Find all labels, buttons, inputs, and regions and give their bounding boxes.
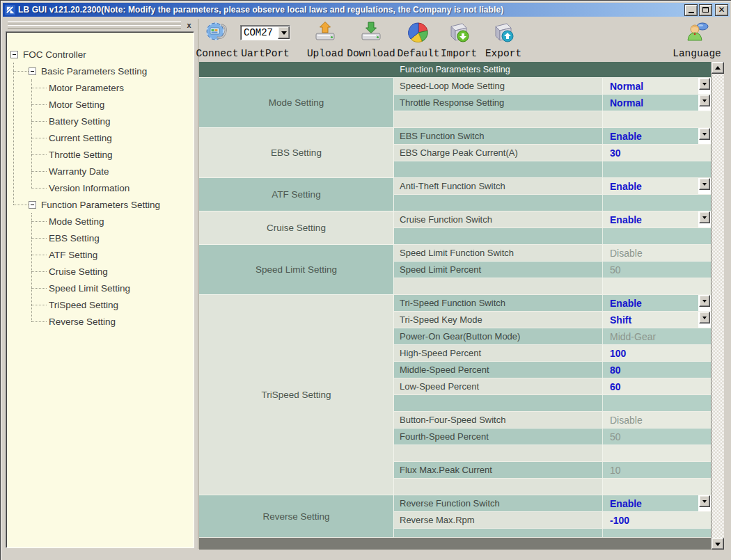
param-value-cell[interactable]: Enable bbox=[603, 295, 698, 311]
chevron-down-icon bbox=[702, 300, 707, 305]
param-value-cell[interactable]: -100 bbox=[603, 512, 698, 528]
dropdown-button[interactable] bbox=[699, 295, 710, 307]
export-button[interactable]: Export bbox=[482, 21, 525, 58]
scroll-down-button[interactable] bbox=[712, 538, 724, 550]
minimize-button[interactable] bbox=[684, 4, 698, 16]
param-value-cell[interactable]: 100 bbox=[603, 345, 698, 361]
dropdown-button[interactable] bbox=[699, 312, 710, 323]
spacer-row bbox=[394, 529, 711, 538]
parameter-group: TriSpeed SettingTri-Speed Function Switc… bbox=[199, 295, 711, 495]
param-value-cell[interactable]: Midd-Gear bbox=[603, 328, 698, 344]
dock-gripper[interactable] bbox=[8, 21, 181, 24]
param-value-cell[interactable]: Normal bbox=[603, 78, 698, 94]
tree-item-battery-setting[interactable]: Battery Setting bbox=[49, 113, 111, 129]
param-value-cell[interactable]: 80 bbox=[603, 362, 698, 378]
title-bar[interactable]: LB GUI v121.20.2300(Note: Modify the par… bbox=[3, 3, 730, 17]
import-button[interactable]: Import bbox=[438, 21, 480, 58]
tree-item-reverse-setting[interactable]: Reverse Setting bbox=[49, 313, 116, 330]
tree-connector bbox=[13, 205, 29, 205]
group-label: Reverse Setting bbox=[199, 495, 394, 538]
tree-item-foc-controller[interactable]: FOC Controller bbox=[23, 46, 86, 63]
tree-expand-toggle[interactable] bbox=[29, 67, 36, 75]
param-value-cell[interactable]: 50 bbox=[603, 262, 698, 278]
dock-gripper[interactable] bbox=[8, 25, 181, 29]
group-label: Cruise Setting bbox=[199, 211, 394, 245]
tree-connector bbox=[31, 238, 47, 239]
param-name-cell bbox=[394, 111, 603, 127]
tree-item-throttle-setting[interactable]: Throttle Setting bbox=[49, 146, 113, 163]
tree-item-motor-setting[interactable]: Motor Setting bbox=[49, 96, 104, 113]
param-name-cell: Fourth-Speed Percent bbox=[394, 429, 603, 445]
value-combo-cell bbox=[698, 128, 711, 144]
table-row: EBS Function SwitchEnable bbox=[394, 128, 711, 145]
upload-button[interactable]: Upload bbox=[304, 21, 346, 58]
tree-item-motor-parameters[interactable]: Motor Parameters bbox=[49, 79, 124, 96]
close-button[interactable]: ✕ bbox=[715, 4, 728, 16]
tree-item-version-information[interactable]: Version Information bbox=[49, 179, 129, 196]
uart-dropdown-button[interactable] bbox=[278, 26, 290, 39]
tree-expand-toggle[interactable] bbox=[29, 201, 36, 209]
param-value-cell[interactable]: Enable bbox=[603, 495, 698, 511]
param-value-cell[interactable]: 50 bbox=[603, 429, 698, 445]
tree-item-speed-limit-setting[interactable]: Speed Limit Setting bbox=[49, 280, 130, 296]
param-value-cell bbox=[603, 161, 698, 177]
param-value-cell[interactable]: Disable bbox=[603, 245, 698, 261]
tree-item-basic-parameters-setting[interactable]: Basic Parameters Setting bbox=[41, 63, 147, 79]
dropdown-button[interactable] bbox=[699, 95, 710, 106]
tree-item-function-parameters-setting[interactable]: Function Parameters Setting bbox=[41, 196, 160, 213]
tree-item-trispeed-setting[interactable]: TriSpeed Setting bbox=[49, 296, 118, 313]
param-name-cell bbox=[394, 529, 603, 537]
param-value-cell[interactable]: Normal bbox=[603, 95, 698, 111]
tree-connector bbox=[31, 321, 47, 322]
scrollbar-track[interactable] bbox=[712, 74, 724, 538]
tree-expand-toggle[interactable] bbox=[10, 51, 18, 58]
param-value-cell[interactable]: 30 bbox=[603, 145, 698, 161]
tree-item-warranty-date[interactable]: Warranty Date bbox=[49, 163, 109, 179]
value-combo-cell bbox=[698, 95, 711, 111]
uart-port-select[interactable]: COM27 bbox=[240, 25, 290, 40]
combo-spacer-cell bbox=[698, 262, 711, 278]
param-name-cell: Speed Limit Percent bbox=[394, 262, 603, 278]
value-combo-cell bbox=[698, 495, 711, 511]
param-value-cell[interactable]: Enable bbox=[603, 128, 698, 144]
tree-panel-close-icon[interactable]: x bbox=[184, 20, 194, 29]
connect-button[interactable]: Connect bbox=[196, 21, 239, 58]
combo-spacer-cell bbox=[698, 462, 711, 478]
tree-item-mode-setting[interactable]: Mode Setting bbox=[49, 213, 104, 230]
chevron-down-icon bbox=[702, 83, 707, 88]
scroll-up-button[interactable] bbox=[712, 62, 724, 74]
value-combo-cell bbox=[698, 78, 711, 94]
language-button[interactable]: Language bbox=[668, 21, 726, 58]
dropdown-button[interactable] bbox=[699, 128, 710, 140]
dropdown-button[interactable] bbox=[699, 78, 710, 90]
dropdown-button[interactable] bbox=[699, 495, 710, 507]
combo-spacer-cell bbox=[698, 345, 711, 361]
dropdown-button[interactable] bbox=[699, 178, 710, 190]
param-value-cell bbox=[603, 278, 698, 294]
param-value-cell[interactable]: Enable bbox=[603, 178, 698, 194]
param-value-cell[interactable]: Disable bbox=[603, 412, 698, 428]
param-value-cell[interactable]: Enable bbox=[603, 211, 698, 227]
default-button[interactable]: Default bbox=[397, 21, 440, 58]
tree-item-current-setting[interactable]: Current Setting bbox=[49, 129, 112, 146]
tree-item-atf-setting[interactable]: ATF Setting bbox=[49, 246, 97, 263]
combo-spacer-cell bbox=[698, 195, 711, 211]
navigation-tree-panel: FOC ControllerBasic Parameters SettingMo… bbox=[6, 31, 194, 548]
uartport-control: COM27 UartPort bbox=[238, 21, 292, 58]
tree-connector bbox=[31, 188, 47, 189]
table-row: Button-Four-Speed SwitchDisable bbox=[394, 412, 711, 429]
tree-connector bbox=[31, 88, 47, 88]
group-label: ATF Setting bbox=[199, 178, 394, 211]
download-button[interactable]: Download bbox=[344, 21, 398, 58]
maximize-button[interactable] bbox=[699, 4, 712, 16]
tree-panel-header[interactable]: x bbox=[6, 20, 194, 30]
table-row: Middle-Speed Percent80 bbox=[394, 362, 711, 378]
dropdown-button[interactable] bbox=[699, 211, 710, 223]
param-value-cell[interactable]: 10 bbox=[603, 462, 698, 478]
param-value-cell[interactable]: 60 bbox=[603, 378, 698, 394]
tree-item-ebs-setting[interactable]: EBS Setting bbox=[49, 230, 100, 246]
tree-item-cruise-setting[interactable]: Cruise Setting bbox=[49, 263, 108, 280]
vertical-scrollbar[interactable] bbox=[711, 62, 724, 550]
combo-spacer-cell bbox=[698, 445, 711, 461]
param-value-cell[interactable]: Shift bbox=[603, 312, 698, 328]
